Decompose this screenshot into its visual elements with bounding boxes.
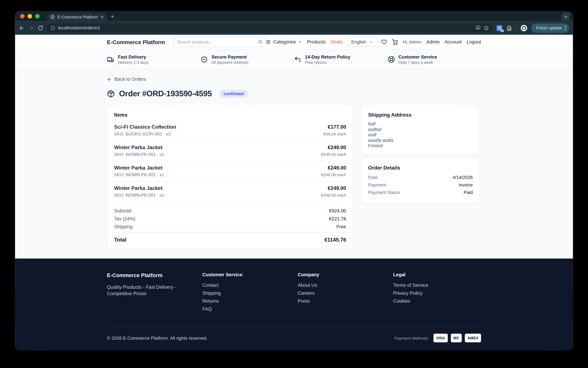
footer-column-heading: Company bbox=[298, 272, 393, 277]
finish-update-button[interactable]: Finish update bbox=[531, 23, 569, 33]
footer-link-about-us[interactable]: About Us bbox=[298, 283, 317, 288]
browser-window: E-Commerce Platform ✕ + loc bbox=[15, 11, 573, 350]
globe-favicon-icon bbox=[50, 15, 55, 19]
search-input[interactable] bbox=[173, 37, 266, 47]
tab-search-button[interactable] bbox=[562, 12, 570, 21]
browser-tab[interactable]: E-Commerce Platform ✕ bbox=[47, 13, 107, 21]
shipping-address: fadf asdfad asdf assdfa asdfa Finland bbox=[368, 121, 473, 149]
detail-value: 4/14/2026 bbox=[453, 175, 473, 180]
forward-button[interactable] bbox=[28, 25, 34, 31]
bookmark-star-icon[interactable] bbox=[484, 25, 489, 31]
language-select[interactable]: English bbox=[347, 37, 376, 47]
item-price: €249.00 bbox=[321, 145, 346, 150]
new-tab-button[interactable]: + bbox=[111, 13, 114, 19]
back-to-orders-link[interactable]: Back to Orders bbox=[107, 77, 146, 82]
subtotal-row: Subtotal €924.00 bbox=[114, 208, 346, 214]
close-window-button[interactable] bbox=[20, 14, 25, 18]
window-controls bbox=[20, 14, 40, 18]
nav-categories-label: Categories bbox=[273, 39, 296, 45]
feature-title: Fast Delivery bbox=[118, 54, 148, 59]
install-app-icon[interactable] bbox=[475, 25, 481, 31]
footer-column-heading: Legal bbox=[393, 272, 481, 277]
copyright-text: © 2026 E-Commerce Platform. All rights r… bbox=[107, 335, 208, 341]
minimize-window-button[interactable] bbox=[28, 14, 32, 18]
site-info-icon[interactable] bbox=[51, 26, 55, 30]
truck-icon bbox=[107, 56, 114, 63]
return-arrow-icon bbox=[294, 56, 301, 63]
footer-link-returns[interactable]: Returns bbox=[202, 299, 219, 304]
footer-link-press[interactable]: Press bbox=[298, 299, 310, 304]
site-header: E-Commerce Platform Categories Products … bbox=[15, 35, 573, 49]
browser-menu-icon[interactable] bbox=[565, 26, 566, 30]
shipping-row: Shipping Free bbox=[114, 224, 346, 230]
finish-update-label: Finish update bbox=[536, 26, 562, 30]
order-item-row: Winter Parka Jacket SKU: WOMN-PK-001 · x… bbox=[114, 162, 346, 182]
order-item-row: Winter Parka Jacket SKU: WOMN-PK-001 · x… bbox=[114, 141, 346, 162]
search-icon[interactable] bbox=[258, 39, 262, 44]
tab-close-icon[interactable]: ✕ bbox=[100, 15, 104, 19]
shield-check-icon bbox=[201, 56, 208, 63]
total-row-label: Subtotal bbox=[114, 208, 132, 214]
order-item-row: Winter Parka Jacket SKU: WOMN-PK-001 · x… bbox=[114, 182, 346, 202]
order-sidebar: Shipping Address fadf asdfad asdf assdfa… bbox=[361, 105, 480, 203]
feature-customer-service: Customer Service Help 7 days a week bbox=[387, 54, 481, 65]
wishlist-heart-icon[interactable] bbox=[381, 39, 387, 45]
nav-account[interactable]: Account bbox=[444, 39, 462, 45]
footer-link-contact[interactable]: Contact bbox=[202, 283, 219, 288]
total-row-value: Free bbox=[337, 224, 346, 230]
order-item-row: Sci-Fi Classics Collection SKU: BOOKS-SC… bbox=[114, 121, 346, 141]
footer-link-careers[interactable]: Careers bbox=[298, 291, 315, 296]
footer-link-privacy[interactable]: Privacy Policy bbox=[393, 291, 423, 296]
screenshot-stage: E-Commerce Platform ✕ + loc bbox=[0, 0, 588, 368]
item-sku: SKU: BOOKS-SCIFI-001 · x3 bbox=[114, 132, 176, 136]
reload-button[interactable] bbox=[38, 25, 43, 31]
product-search bbox=[173, 37, 266, 47]
item-name: Winter Parka Jacket bbox=[114, 165, 164, 171]
footer-link-terms[interactable]: Terms of Service bbox=[393, 283, 428, 288]
address-bar[interactable]: localhost/en/orders/1 bbox=[47, 23, 493, 32]
back-button[interactable] bbox=[19, 25, 25, 31]
grand-total-label: Total bbox=[114, 237, 126, 243]
payment-methods-label: Payment Methods: bbox=[394, 336, 429, 340]
github-profile-icon[interactable] bbox=[521, 25, 527, 31]
detail-label: Payment bbox=[368, 182, 386, 188]
user-greeting: Hi, Admin bbox=[403, 40, 421, 44]
footer-column-heading: Customer Service bbox=[202, 272, 298, 277]
feature-subtitle: Help 7 days a week bbox=[398, 60, 437, 65]
total-row-label: Tax (24%) bbox=[114, 216, 135, 222]
detail-value: invoice bbox=[459, 182, 473, 188]
nav-admin[interactable]: Admin bbox=[426, 39, 440, 45]
total-row-value: €221.76 bbox=[329, 216, 346, 222]
nav-products[interactable]: Products bbox=[307, 39, 326, 45]
footer-link-cookies[interactable]: Cookies bbox=[393, 299, 410, 304]
feature-subtitle: All payment methods bbox=[212, 60, 249, 65]
toolbar-right: G Finish update bbox=[497, 23, 569, 33]
items-card: Items Sci-Fi Classics Collection SKU: BO… bbox=[107, 105, 353, 249]
item-price: €249.00 bbox=[321, 165, 346, 171]
nav-deals[interactable]: Deals bbox=[330, 39, 343, 45]
item-unit-price: €249.00 each bbox=[321, 173, 346, 177]
order-details-card: Order Details Date 4/14/2026 Payment inv… bbox=[361, 158, 480, 203]
tax-row: Tax (24%) €221.76 bbox=[114, 216, 346, 222]
item-price: €177.00 bbox=[323, 125, 346, 130]
footer-link-shipping[interactable]: Shipping bbox=[202, 291, 221, 296]
cart-icon[interactable] bbox=[392, 39, 398, 45]
payment-badge-mc: MC bbox=[451, 334, 462, 342]
address-line: asdf bbox=[368, 132, 473, 138]
footer-link-faq[interactable]: FAQ bbox=[202, 306, 212, 312]
nav-categories[interactable]: Categories bbox=[266, 39, 302, 45]
url-text[interactable]: localhost/en/orders/1 bbox=[58, 25, 472, 31]
nav-logout[interactable]: Logout bbox=[467, 39, 481, 45]
site-logo[interactable]: E-Commerce Platform bbox=[107, 39, 165, 45]
site-footer: E-Commerce Platform Quality Products - F… bbox=[15, 258, 573, 350]
shipping-heading: Shipping Address bbox=[368, 112, 473, 118]
translate-extension-icon[interactable]: G bbox=[497, 25, 502, 31]
chevron-down-icon bbox=[298, 40, 302, 44]
lifebuoy-icon bbox=[387, 56, 395, 63]
tab-strip: E-Commerce Platform ✕ + bbox=[15, 11, 573, 21]
zoom-window-button[interactable] bbox=[35, 14, 40, 18]
items-heading: Items bbox=[114, 112, 346, 118]
address-line: assdfa asdfa bbox=[368, 138, 473, 143]
extensions-puzzle-icon[interactable] bbox=[507, 25, 512, 31]
page-title: Order #ORD-193590-4595 bbox=[119, 89, 212, 98]
